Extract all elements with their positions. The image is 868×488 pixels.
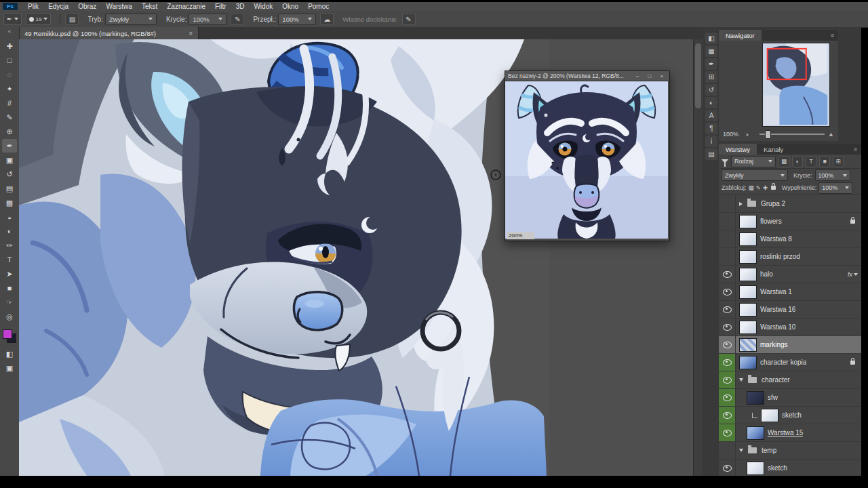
layer-thumbnail[interactable]: [739, 250, 757, 264]
tab-channels[interactable]: Kanały: [757, 144, 790, 155]
layer-name[interactable]: Warstwa 8: [760, 235, 792, 243]
character-panel-icon[interactable]: A: [705, 110, 717, 121]
healing-brush-tool[interactable]: ⊕: [2, 125, 17, 138]
layer-thumbnail[interactable]: [739, 321, 757, 334]
layer-name[interactable]: sketch: [782, 411, 802, 419]
layer-thumbnail[interactable]: [739, 268, 757, 281]
move-tool[interactable]: ✚: [2, 39, 17, 53]
eyedropper-tool[interactable]: ✎: [2, 110, 17, 124]
layer-thumbnail[interactable]: [747, 391, 764, 405]
layer-name[interactable]: Grupa 2: [761, 200, 785, 207]
blur-tool[interactable]: ◒: [2, 210, 17, 224]
layer-name[interactable]: Warstwa 15: [768, 429, 803, 436]
layer-row[interactable]: character: [719, 371, 861, 389]
canvas-scrollbar[interactable]: [693, 39, 703, 476]
color-panel-icon[interactable]: ◧: [705, 33, 717, 44]
visibility-toggle[interactable]: [719, 407, 736, 424]
lock-all-icon[interactable]: [771, 186, 776, 190]
layer-name[interactable]: character kopia: [760, 359, 806, 366]
layer-row[interactable]: Warstwa 16: [719, 301, 861, 319]
hand-tool[interactable]: ☞: [2, 296, 17, 309]
layer-row[interactable]: Warstwa 15: [719, 424, 861, 442]
filter-type-select[interactable]: Rodzaj: [731, 156, 776, 167]
maximize-icon[interactable]: □: [645, 73, 654, 79]
slider-knob[interactable]: [765, 130, 771, 139]
visibility-toggle[interactable]: [719, 389, 736, 406]
shape-tool[interactable]: ■: [2, 281, 17, 295]
layer-thumbnail[interactable]: [747, 426, 764, 440]
layer-row[interactable]: flowers: [719, 213, 861, 230]
adjustments-panel-icon[interactable]: ◐: [705, 97, 717, 108]
lock-position-icon[interactable]: ✚: [763, 184, 768, 191]
menu-item-edycja[interactable]: Edycja: [43, 3, 73, 10]
layer-thumbnail[interactable]: [739, 232, 757, 246]
opacity-select[interactable]: 100%: [189, 14, 226, 25]
visibility-toggle[interactable]: [719, 213, 736, 230]
panel-menu-icon[interactable]: ≡: [827, 30, 838, 41]
timeline-panel-icon[interactable]: ▤: [705, 148, 717, 160]
layer-row[interactable]: halo fx: [719, 266, 861, 283]
type-tool[interactable]: T: [2, 253, 17, 266]
visibility-toggle[interactable]: [719, 266, 736, 283]
layer-thumbnail[interactable]: [739, 285, 757, 299]
quick-mask-mode-button[interactable]: ◧: [2, 347, 17, 361]
filter-shape-layers-icon[interactable]: ■: [819, 156, 830, 167]
tab-layers[interactable]: Warstwy: [719, 144, 757, 155]
marquee-tool[interactable]: □: [2, 54, 17, 67]
menu-item-3d[interactable]: 3D: [231, 3, 250, 10]
visibility-toggle[interactable]: [719, 248, 736, 265]
layer-row[interactable]: Warstwa 1: [719, 283, 861, 301]
visibility-toggle[interactable]: [719, 371, 736, 388]
menu-item-obraz[interactable]: Obraz: [73, 3, 101, 10]
toggle-brush-panel-button[interactable]: ▤: [65, 13, 79, 25]
reference-window-titlebar[interactable]: Bez nazwy-2 @ 200% (Warstwa 12, RGB/8...…: [505, 71, 669, 81]
reference-window[interactable]: Bez nazwy-2 @ 200% (Warstwa 12, RGB/8...…: [505, 70, 670, 241]
layer-thumbnail[interactable]: [739, 303, 757, 317]
visibility-toggle[interactable]: [719, 283, 736, 300]
filter-pixel-layers-icon[interactable]: ▦: [778, 156, 789, 167]
layer-blend-mode-select[interactable]: Zwykły: [722, 169, 788, 181]
lock-paint-icon[interactable]: ✎: [756, 184, 761, 191]
layer-row[interactable]: sketch: [719, 407, 861, 424]
pressure-opacity-button[interactable]: ✎: [231, 13, 244, 25]
brush-settings-panel-icon[interactable]: ✒: [705, 58, 717, 70]
blend-mode-select[interactable]: Zwykły: [105, 14, 157, 25]
layer-row[interactable]: sketch: [719, 460, 861, 476]
layer-thumbnail[interactable]: [739, 338, 757, 352]
airbrush-button[interactable]: ☁: [320, 13, 334, 25]
layer-name[interactable]: sketch: [768, 464, 787, 472]
layer-row-selected[interactable]: markings: [719, 336, 861, 354]
layer-name[interactable]: Warstwa 10: [760, 323, 795, 331]
layer-name[interactable]: markings: [760, 341, 788, 348]
layer-name[interactable]: character: [762, 376, 790, 384]
foreground-color-swatch[interactable]: [3, 329, 12, 339]
layer-fill-select[interactable]: 100%: [818, 182, 852, 194]
layer-thumbnail[interactable]: [747, 462, 764, 475]
zoom-in-mountain-icon[interactable]: ▲: [828, 131, 834, 138]
panel-menu-icon[interactable]: ≡: [850, 144, 861, 155]
history-brush-tool[interactable]: ↺: [2, 167, 17, 181]
fx-badge[interactable]: fx: [848, 271, 858, 278]
zoom-tool[interactable]: ◎: [2, 310, 17, 323]
expand-arrow-icon[interactable]: [739, 378, 743, 382]
pressure-size-button[interactable]: ✎: [402, 13, 416, 25]
filter-adjustment-layers-icon[interactable]: ◐: [792, 156, 803, 167]
layer-row[interactable]: Grupa 2: [719, 195, 861, 213]
layer-name[interactable]: roslinki przod: [760, 253, 800, 260]
filter-type-layers-icon[interactable]: T: [806, 156, 816, 167]
minimize-icon[interactable]: −: [633, 73, 642, 79]
close-tab-icon[interactable]: ×: [189, 30, 193, 37]
swatches-panel-icon[interactable]: ▦: [705, 45, 717, 57]
visibility-toggle[interactable]: [719, 354, 736, 371]
layer-name[interactable]: flowers: [760, 218, 782, 225]
layer-name[interactable]: Warstwa 16: [760, 306, 795, 313]
visibility-toggle[interactable]: [719, 336, 736, 353]
layer-name[interactable]: halo: [760, 270, 773, 278]
gradient-tool[interactable]: ▦: [2, 196, 17, 209]
close-icon[interactable]: ×: [657, 73, 667, 79]
menu-item-pomoc[interactable]: Pomoc: [303, 3, 334, 10]
collapse-toolbar-icon[interactable]: «: [0, 28, 19, 35]
visibility-toggle[interactable]: [719, 319, 736, 336]
navigator-preview[interactable]: [762, 43, 830, 127]
brush-size-picker[interactable]: 19: [26, 13, 52, 25]
